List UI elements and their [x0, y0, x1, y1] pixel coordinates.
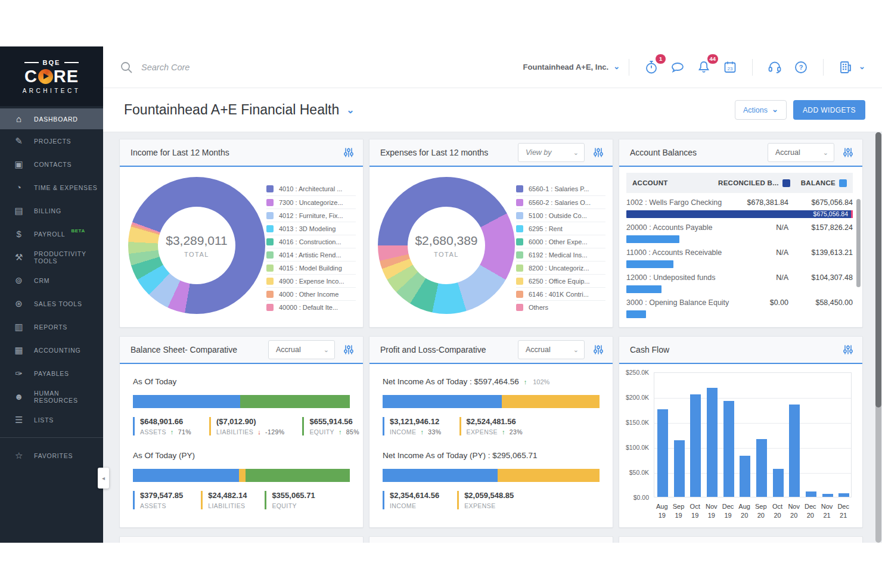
sidebar-item-payroll[interactable]: $PAYROLLBETA: [0, 222, 103, 245]
page-scrollbar-thumb[interactable]: [875, 132, 881, 407]
cashflow-bar[interactable]: [789, 405, 800, 497]
sidebar-item-crm[interactable]: ⊚CRM: [0, 269, 103, 292]
notifications-bell-icon[interactable]: 44: [695, 58, 713, 76]
account-row[interactable]: 11000 : Accounts Receivable N/A $139,613…: [626, 243, 853, 268]
widget-settings-icon[interactable]: [592, 344, 604, 356]
legend-item[interactable]: 6250 : Office Equip...: [516, 274, 605, 287]
account-reconciled: N/A: [734, 248, 788, 257]
more-options[interactable]: ...: [338, 538, 349, 543]
widget-settings-icon[interactable]: [592, 147, 604, 158]
stacked-bar[interactable]: [383, 395, 600, 408]
legend-item[interactable]: 40000 : Default Ite...: [266, 300, 356, 313]
accrual-select[interactable]: Accrual⌄: [768, 143, 834, 162]
accrual-select[interactable]: Accrual⌄: [518, 340, 585, 359]
stat-label: INCOME: [390, 502, 416, 509]
cashflow-bar[interactable]: [838, 493, 849, 497]
account-row[interactable]: 1002 : Wells Fargo Checking $678,381.84 …: [626, 193, 853, 218]
chevron-down-icon[interactable]: ⌄: [859, 65, 865, 69]
account-row[interactable]: 3000 : Opening Balance Equity $0.00 $58,…: [626, 293, 853, 318]
widget-settings-icon[interactable]: [842, 344, 854, 356]
legend-item[interactable]: 6192 : Medical Ins...: [516, 248, 605, 261]
legend-item[interactable]: 4010 : Architectural ...: [266, 182, 356, 195]
search-input[interactable]: [141, 63, 308, 72]
account-balance-bar[interactable]: [626, 285, 662, 293]
expenses-donut-chart[interactable]: $2,680,389 TOTAL: [378, 177, 515, 314]
cashflow-bar[interactable]: [674, 440, 685, 497]
sidebar-item-accounting[interactable]: ▦ACCOUNTING: [0, 338, 103, 362]
cashflow-bar[interactable]: [756, 439, 767, 497]
stat-value: $2,059,548.85: [464, 491, 514, 500]
stacked-bar[interactable]: [383, 469, 600, 482]
legend-item[interactable]: 6560-1 : Salaries P...: [516, 182, 605, 195]
page-scrollbar-track[interactable]: [875, 132, 881, 543]
calendar-icon[interactable]: 23: [721, 58, 739, 76]
legend-item[interactable]: 7300 : Uncategorize...: [266, 195, 356, 209]
cashflow-bar[interactable]: [723, 401, 734, 497]
sidebar-item-reports[interactable]: ▥REPORTS: [0, 315, 103, 338]
account-row[interactable]: 12000 : Undeposited funds N/A $104,307.4…: [626, 268, 853, 293]
legend-label: 5100 : Outside Co...: [529, 212, 587, 219]
actions-button[interactable]: Actions⌄: [735, 100, 787, 120]
cashflow-chart[interactable]: $250.0K$200.0K$150.0K$100.0K$50.0K$0.00A…: [619, 364, 862, 526]
income-donut-chart[interactable]: $3,289,011 TOTAL: [128, 177, 265, 314]
cashflow-bar[interactable]: [707, 388, 718, 497]
legend-item[interactable]: 4015 : Model Building: [266, 261, 356, 274]
legend-item[interactable]: 5100 : Outside Co...: [516, 209, 605, 222]
cashflow-bar[interactable]: [657, 409, 668, 497]
legend-item[interactable]: 6560-2 : Salaries O...: [516, 195, 605, 209]
stacked-bar[interactable]: [133, 469, 350, 482]
legend-item[interactable]: 4000 : Other Income: [266, 287, 356, 300]
projects-icon: ✎: [14, 136, 24, 147]
widget-settings-icon[interactable]: [343, 344, 355, 356]
account-row[interactable]: 20000 : Accounts Payable N/A $157,826.24: [626, 218, 853, 243]
legend-item[interactable]: Others: [516, 300, 605, 313]
sidebar-item-time-expenses[interactable]: ◔TIME & EXPENSES: [0, 176, 103, 199]
add-widgets-button[interactable]: ADD WIDGETS: [793, 100, 865, 120]
cashflow-bar[interactable]: [773, 469, 784, 497]
apps-grid-icon[interactable]: [837, 58, 855, 76]
sidebar-item-sales-tools[interactable]: ⊛SALES TOOLS: [0, 292, 103, 315]
cashflow-bar[interactable]: [740, 456, 750, 497]
help-icon[interactable]: ?: [792, 58, 810, 76]
sidebar-item-human-resources[interactable]: ☻HUMAN RESOURCES: [0, 385, 103, 408]
stacked-bar[interactable]: [133, 395, 350, 408]
legend-item[interactable]: 6146 : 401K Contri...: [516, 287, 605, 300]
account-balance-bar[interactable]: [626, 260, 673, 268]
sidebar-item-dashboard[interactable]: ⌂DASHBOARD: [0, 108, 103, 129]
more-options[interactable]: ...: [837, 538, 848, 543]
sidebar-item-productivity-tools[interactable]: ⚒PRODUCTIVITY TOOLS: [0, 245, 103, 269]
accrual-select[interactable]: Accrual⌄: [268, 340, 335, 359]
legend-item[interactable]: 6000 : Other Expe...: [516, 235, 605, 248]
legend-swatch: [266, 185, 274, 192]
widget-settings-icon[interactable]: [842, 147, 854, 158]
sidebar-collapse-handle[interactable]: ◂: [98, 468, 109, 489]
sidebar-item-favorites[interactable]: ☆FAVORITES: [0, 444, 103, 467]
legend-item[interactable]: 8200 : Uncategoriz...: [516, 261, 605, 274]
chat-icon[interactable]: [669, 58, 687, 76]
account-balance-bar[interactable]: $675,056.84: [626, 210, 853, 218]
view-by-select[interactable]: View by⌄: [518, 143, 585, 162]
sidebar-item-contacts[interactable]: ▣CONTACTS: [0, 153, 103, 176]
legend-item[interactable]: 6295 : Rent: [516, 222, 605, 235]
legend-item[interactable]: 4012 : Furniture, Fix...: [266, 209, 356, 222]
more-options[interactable]: ...: [588, 538, 598, 543]
legend-item[interactable]: 4013 : 3D Modeling: [266, 222, 356, 235]
legend-item[interactable]: 4900 : Expense Inco...: [266, 274, 356, 287]
timer-icon[interactable]: 1: [642, 58, 660, 76]
cashflow-bar[interactable]: [806, 491, 816, 497]
sidebar-item-billing[interactable]: ▤BILLING: [0, 199, 103, 222]
account-balance-bar[interactable]: [626, 310, 646, 318]
widget-settings-icon[interactable]: [343, 147, 355, 158]
widget-scrollbar[interactable]: [856, 199, 861, 287]
company-selector[interactable]: Fountainhead A+E, Inc.⌄: [523, 63, 620, 71]
legend-item[interactable]: 4014 : Artistic Rend...: [266, 248, 356, 261]
legend-item[interactable]: 4016 : Construction...: [266, 235, 356, 248]
cashflow-bar[interactable]: [822, 494, 833, 497]
cashflow-bar[interactable]: [690, 394, 701, 497]
support-headset-icon[interactable]: [766, 58, 784, 76]
sidebar-item-payables[interactable]: ✑PAYABLES: [0, 362, 103, 385]
account-balance-bar[interactable]: [626, 235, 679, 243]
chevron-down-icon[interactable]: ⌄: [346, 108, 354, 113]
sidebar-item-projects[interactable]: ✎PROJECTS: [0, 129, 103, 153]
sidebar-item-lists[interactable]: ☰LISTS: [0, 408, 103, 431]
